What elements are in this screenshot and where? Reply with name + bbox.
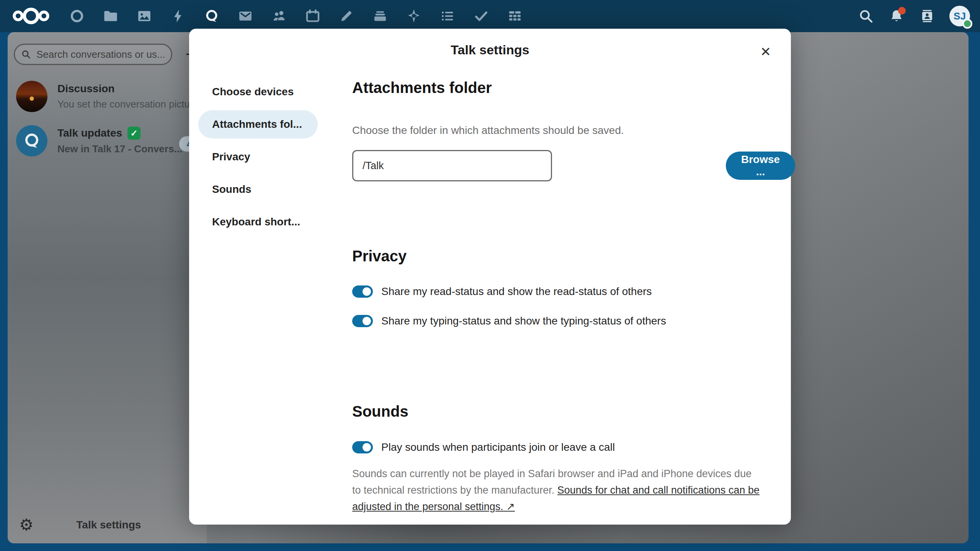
notification-unread-dot (898, 7, 906, 15)
play-sounds-toggle[interactable]: Play sounds when participants join or le… (352, 439, 615, 456)
conversations-sidebar: + Discussion You set the conversation pi… (8, 32, 207, 543)
calendar-icon[interactable] (305, 0, 321, 32)
nav-item-sounds[interactable]: Sounds (198, 175, 318, 204)
top-navigation-bar: SJ (0, 0, 980, 32)
dashboard-icon[interactable] (69, 0, 85, 32)
toggle-on-icon[interactable] (352, 315, 373, 327)
tables-icon[interactable] (507, 0, 523, 32)
privacy-heading: Privacy (352, 248, 407, 265)
search-input[interactable] (36, 48, 165, 61)
settings-nav: Choose devices Attachments fol... Privac… (198, 78, 318, 236)
mail-icon[interactable] (237, 0, 253, 32)
toggle-on-icon[interactable] (352, 285, 373, 298)
notes-icon[interactable] (338, 0, 354, 32)
settings-content: Attachments folder Choose the folder in … (352, 29, 773, 525)
unified-search-icon[interactable] (858, 8, 874, 24)
deck-icon[interactable] (372, 0, 388, 32)
conversation-search[interactable] (14, 44, 172, 65)
read-status-toggle[interactable]: Share my read-status and show the read-s… (352, 283, 652, 300)
sounds-heading: Sounds (352, 403, 408, 420)
user-avatar[interactable]: SJ (949, 6, 970, 26)
browse-button[interactable]: Browse ... (726, 152, 795, 180)
talk-settings-button[interactable]: ⚙ Talk settings (8, 507, 207, 543)
gear-icon: ⚙ (19, 517, 34, 533)
nav-item-choose-devices[interactable]: Choose devices (198, 78, 318, 106)
conversation-title: Talk updates ✓ (57, 127, 202, 140)
conversation-last-message: You set the conversation picture (57, 98, 202, 110)
nav-item-privacy[interactable]: Privacy (198, 143, 318, 171)
conversation-title: Discussion (57, 83, 202, 95)
contacts-menu-icon[interactable] (919, 8, 936, 24)
nav-item-attachments-folder[interactable]: Attachments fol... (198, 110, 318, 139)
activity-icon[interactable] (170, 0, 186, 32)
talk-updates-avatar (16, 125, 47, 156)
app-menu (69, 0, 523, 32)
talk-icon[interactable] (204, 0, 220, 32)
conversation-item-discussion[interactable]: Discussion You set the conversation pict… (8, 75, 207, 118)
attachments-folder-heading: Attachments folder (352, 79, 492, 96)
contacts-icon[interactable] (271, 0, 287, 32)
notifications-bell-icon[interactable] (888, 8, 905, 24)
conversation-avatar (16, 81, 47, 112)
tasks-icon[interactable] (439, 0, 456, 32)
search-icon (21, 49, 31, 59)
photos-icon[interactable] (136, 0, 152, 32)
conversation-item-talk-updates[interactable]: Talk updates ✓ New in Talk 17 - Convers.… (8, 119, 207, 162)
typing-status-toggle[interactable]: Share my typing-status and show the typi… (352, 313, 666, 329)
header-actions: SJ (858, 0, 970, 32)
toggle-on-icon[interactable] (352, 441, 373, 453)
attachments-folder-description: Choose the folder in which attachments s… (352, 124, 624, 137)
nav-item-keyboard-shortcuts[interactable]: Keyboard short... (198, 208, 318, 236)
nextcloud-logo-icon[interactable] (11, 5, 51, 27)
checks-icon[interactable] (473, 0, 489, 32)
attachments-folder-input[interactable] (352, 150, 552, 181)
talk-app-window: SJ + Discussion You set the conversation… (0, 0, 980, 551)
talk-settings-dialog: Talk settings ✕ Choose devices Attachmen… (189, 29, 791, 525)
files-icon[interactable] (103, 0, 119, 32)
talk-settings-label: Talk settings (34, 519, 184, 531)
online-status-dot (962, 19, 972, 29)
sounds-note: Sounds can currently not be played in Sa… (352, 466, 762, 515)
assistant-icon[interactable] (406, 0, 422, 32)
check-badge-icon: ✓ (127, 127, 140, 140)
